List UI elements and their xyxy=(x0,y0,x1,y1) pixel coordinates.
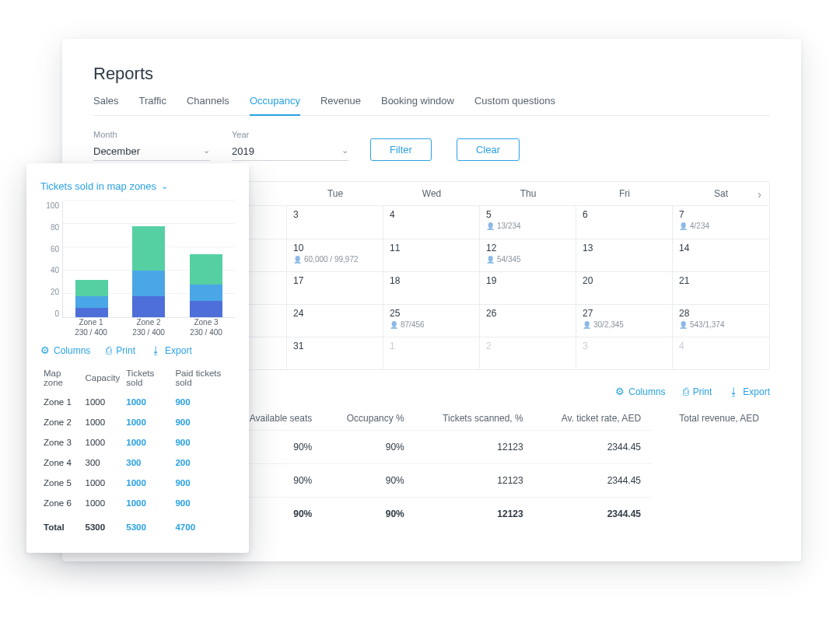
zone-cell-link[interactable]: 1000 xyxy=(126,397,146,407)
zone-card-title[interactable]: Tickets sold in map zones ⌄ xyxy=(40,180,235,192)
calendar-cell[interactable]: 4 xyxy=(383,206,480,239)
year-select[interactable]: 2019 ⌄ xyxy=(232,142,348,161)
calendar-cell[interactable]: 1060,000 / 99,972 xyxy=(287,239,383,271)
summary-cell: 2344.45 xyxy=(534,498,652,531)
calendar-cell[interactable]: 28543/1,374 xyxy=(673,304,769,337)
summary-cell: 2344.45 xyxy=(534,464,652,498)
calendar-cell[interactable]: 13 xyxy=(576,239,673,271)
zone-cell-link[interactable]: 900 xyxy=(175,478,190,487)
gear-icon: ⚙ xyxy=(615,386,625,397)
zone-cell-link[interactable]: 1000 xyxy=(126,438,146,447)
calendar-cell[interactable]: 1254/345 xyxy=(480,239,576,271)
day-number: 10 xyxy=(293,243,376,253)
month-select[interactable]: December ⌄ xyxy=(93,142,210,161)
calendar-cell[interactable]: 17 xyxy=(287,271,383,304)
zone-cell-link[interactable]: 900 xyxy=(175,418,190,427)
calendar-cell[interactable]: 2587/456 xyxy=(383,304,480,337)
zone-cell: 900 xyxy=(172,412,235,432)
calendar-cell[interactable]: 20 xyxy=(576,271,673,304)
weekday-label: Fri xyxy=(576,182,673,205)
year-label: Year xyxy=(232,130,348,139)
zone-cell-link[interactable]: 4700 xyxy=(175,522,195,532)
occupancy-stat: 13/234 xyxy=(486,222,569,230)
calendar-cell[interactable]: 31 xyxy=(287,337,383,369)
calendar-next-icon[interactable]: › xyxy=(758,188,761,201)
calendar-cell[interactable]: 2730/2,345 xyxy=(576,304,673,337)
month-value: December xyxy=(93,145,140,157)
zone-cell: 1000 xyxy=(123,432,172,453)
zone-cell-link[interactable]: 5300 xyxy=(126,522,146,532)
weekday-label: Sat› xyxy=(673,182,769,205)
day-number: 6 xyxy=(583,209,666,220)
weekday-label: Wed xyxy=(383,182,480,205)
tab-channels[interactable]: Channels xyxy=(187,95,229,115)
x-tick: Zone 2230 / 400 xyxy=(121,318,176,338)
tab-booking[interactable]: Booking window xyxy=(381,95,454,115)
day-number: 2 xyxy=(486,341,569,351)
occupancy-stat: 30/2,345 xyxy=(583,320,666,329)
export-action[interactable]: ⭳Export xyxy=(729,386,770,397)
zone-cell: 200 xyxy=(172,453,235,473)
print-action[interactable]: ⎙Print xyxy=(683,386,712,397)
calendar-cell[interactable]: 3 xyxy=(576,337,673,369)
day-number: 5 xyxy=(486,209,569,220)
tab-sales[interactable]: Sales xyxy=(93,95,119,115)
zone-cell: Zone 3 xyxy=(40,432,82,453)
calendar-cell[interactable]: 4 xyxy=(673,337,769,369)
day-number: 1 xyxy=(390,341,473,351)
calendar-cell[interactable]: 24 xyxy=(287,304,383,337)
bar-segment xyxy=(190,301,222,317)
zone-cell: Zone 5 xyxy=(40,473,82,493)
occupancy-stat: 4/234 xyxy=(679,222,763,230)
zone-cell: 1000 xyxy=(123,412,172,432)
zone-table-header: Tickets sold xyxy=(123,364,172,392)
summary-header: Total revenue, AED xyxy=(652,407,770,431)
columns-action[interactable]: ⚙Columns xyxy=(40,344,90,356)
y-tick: 0 xyxy=(54,309,62,318)
tab-custom[interactable]: Custom questions xyxy=(474,95,555,115)
bar-segment xyxy=(132,296,165,317)
calendar-cell[interactable]: 11 xyxy=(383,239,480,271)
zone-cell-link[interactable]: 1000 xyxy=(126,418,146,427)
tab-traffic[interactable]: Traffic xyxy=(139,95,166,115)
calendar-cell[interactable]: 1 xyxy=(383,337,480,369)
calendar-cell[interactable]: 21 xyxy=(673,271,769,304)
day-number: 4 xyxy=(390,209,473,220)
calendar-cell[interactable]: 74/234 xyxy=(673,206,769,239)
calendar-cell[interactable]: 6 xyxy=(576,206,673,239)
zone-cell-link[interactable]: 300 xyxy=(126,458,141,467)
filter-button[interactable]: Filter xyxy=(370,138,432,161)
tab-revenue[interactable]: Revenue xyxy=(320,95,361,115)
calendar-cell[interactable]: 14 xyxy=(673,239,769,271)
zone-cell-link[interactable]: 900 xyxy=(175,397,190,407)
zone-cell-link[interactable]: 900 xyxy=(175,438,190,447)
chart-bar xyxy=(190,254,222,317)
zone-cell: Zone 1 xyxy=(40,392,82,412)
y-tick: 60 xyxy=(51,245,62,253)
columns-action[interactable]: ⚙Columns xyxy=(615,386,665,397)
zone-cell: 4700 xyxy=(172,513,235,537)
download-icon: ⭳ xyxy=(729,386,739,397)
export-action[interactable]: ⭳Export xyxy=(151,344,192,356)
zone-cell-link[interactable]: 900 xyxy=(175,498,190,508)
zone-cell-link[interactable]: 1000 xyxy=(126,478,146,487)
zone-table: Map zoneCapacityTickets soldPaid tickets… xyxy=(40,364,235,537)
calendar-cell[interactable]: 3 xyxy=(287,206,383,239)
print-action[interactable]: ⎙Print xyxy=(106,344,135,356)
report-tabs: Sales Traffic Channels Occupancy Revenue… xyxy=(93,95,770,116)
calendar-cell[interactable]: 19 xyxy=(480,271,576,304)
bar-segment xyxy=(75,296,108,308)
calendar-cell[interactable]: 18 xyxy=(383,271,480,304)
calendar-cell[interactable]: 2 xyxy=(480,337,576,369)
zone-cell: 900 xyxy=(172,432,235,453)
calendar-cell[interactable]: 26 xyxy=(480,304,576,337)
zone-cell-link[interactable]: 1000 xyxy=(126,498,146,508)
summary-cell: 90% xyxy=(323,431,415,464)
clear-button[interactable]: Clear xyxy=(457,138,520,161)
y-tick: 80 xyxy=(51,223,62,232)
summary-header: Av. ticket rate, AED xyxy=(534,407,652,431)
zone-cell-link[interactable]: 200 xyxy=(175,458,190,467)
calendar-cell[interactable]: 513/234 xyxy=(480,206,576,239)
tab-occupancy[interactable]: Occupancy xyxy=(250,95,300,116)
weekday-label: Tue xyxy=(287,182,383,205)
